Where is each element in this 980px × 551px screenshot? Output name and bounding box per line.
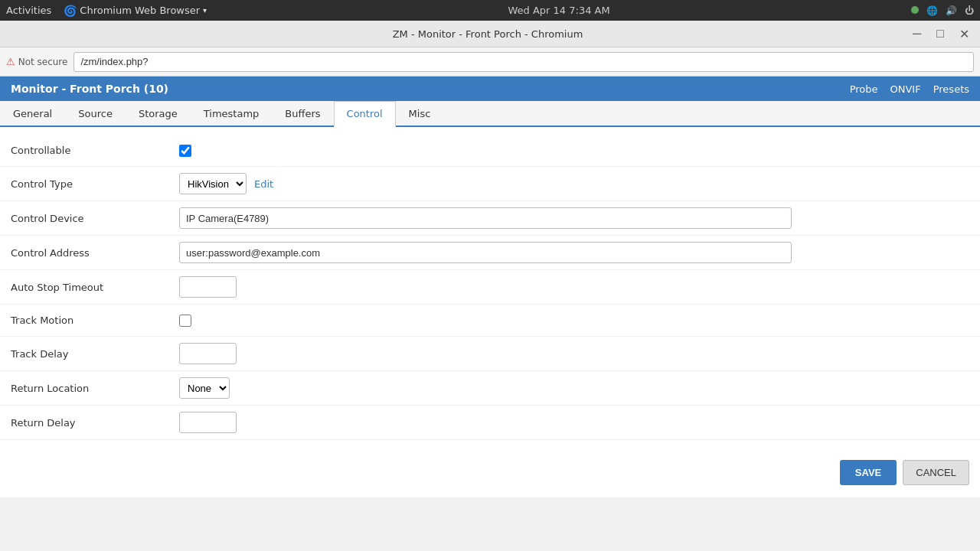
zm-app: Monitor - Front Porch (10) Probe ONVIF P… [0, 77, 980, 497]
track-motion-row: Track Motion [0, 305, 980, 337]
browser-title: ZM - Monitor - Front Porch - Chromium [67, 28, 908, 40]
tab-buffers[interactable]: Buffers [272, 101, 333, 126]
volume-icon: 🔊 [946, 5, 957, 16]
auto-stop-timeout-input[interactable] [179, 276, 237, 298]
button-row: SAVE CANCEL [0, 448, 980, 497]
not-secure-label: Not secure [18, 57, 68, 67]
controllable-checkbox[interactable] [179, 145, 191, 157]
track-delay-label: Track Delay [11, 348, 179, 360]
tab-source[interactable]: Source [65, 101, 126, 126]
tab-control[interactable]: Control [334, 101, 396, 127]
maximize-button[interactable]: □ [932, 25, 949, 43]
tab-misc[interactable]: Misc [396, 101, 444, 126]
return-location-select[interactable]: None [179, 377, 230, 399]
control-device-row: Control Device [0, 201, 980, 236]
os-topbar: Activities 🌀 Chromium Web Browser ▾ Wed … [0, 0, 980, 21]
zm-header-links: Probe ONVIF Presets [850, 83, 969, 95]
url-input[interactable] [74, 52, 974, 72]
network-icon: 🌐 [926, 5, 938, 16]
browser-name-label: 🌀 Chromium Web Browser ▾ [64, 5, 207, 17]
control-type-edit-link[interactable]: Edit [254, 178, 273, 190]
os-datetime: Wed Apr 14 7:34 AM [508, 5, 609, 16]
form-content: Controllable Control Type HikVision Edit… [0, 127, 980, 448]
control-type-select[interactable]: HikVision [179, 173, 247, 194]
address-bar: ⚠ Not secure [0, 47, 980, 77]
controllable-row: Controllable [0, 135, 980, 167]
green-status-dot [911, 5, 919, 16]
power-icon: ⏻ [965, 5, 974, 16]
control-device-input[interactable] [179, 207, 792, 229]
control-address-row: Control Address [0, 236, 980, 270]
zm-header: Monitor - Front Porch (10) Probe ONVIF P… [0, 77, 980, 101]
control-address-input[interactable] [179, 242, 792, 263]
not-secure-indicator: ⚠ Not secure [6, 56, 67, 67]
cancel-button[interactable]: CANCEL [903, 460, 969, 485]
track-motion-checkbox[interactable] [179, 315, 191, 327]
track-delay-input[interactable] [179, 343, 237, 364]
presets-link[interactable]: Presets [933, 83, 969, 95]
return-delay-label: Return Delay [11, 417, 179, 429]
lock-icon: ⚠ [6, 56, 15, 67]
minimize-button[interactable]: ─ [908, 25, 926, 43]
control-device-label: Control Device [11, 213, 179, 224]
track-motion-label: Track Motion [11, 315, 179, 326]
browser-titlebar: ZM - Monitor - Front Porch - Chromium ─ … [0, 21, 980, 47]
onvif-link[interactable]: ONVIF [890, 83, 921, 95]
auto-stop-timeout-label: Auto Stop Timeout [11, 282, 179, 293]
dropdown-icon[interactable]: ▾ [203, 6, 207, 15]
control-type-label: Control Type [11, 178, 179, 190]
auto-stop-timeout-row: Auto Stop Timeout [0, 270, 980, 305]
return-delay-input[interactable] [179, 412, 237, 433]
return-delay-row: Return Delay [0, 406, 980, 440]
return-location-row: Return Location None [0, 371, 980, 406]
chromium-icon: 🌀 [64, 5, 77, 17]
probe-link[interactable]: Probe [850, 83, 878, 95]
track-delay-row: Track Delay [0, 337, 980, 371]
tabs: General Source Storage Timestamp Buffers… [0, 101, 980, 127]
control-address-label: Control Address [11, 247, 179, 259]
tab-storage[interactable]: Storage [126, 101, 191, 126]
close-button[interactable]: ✕ [955, 25, 974, 43]
activities-label[interactable]: Activities [6, 5, 51, 16]
return-location-label: Return Location [11, 383, 179, 394]
tab-general[interactable]: General [0, 101, 65, 126]
save-button[interactable]: SAVE [840, 460, 897, 485]
control-type-row: Control Type HikVision Edit [0, 167, 980, 201]
controllable-label: Controllable [11, 145, 179, 156]
tab-timestamp[interactable]: Timestamp [191, 101, 273, 126]
zm-header-title: Monitor - Front Porch (10) [11, 83, 168, 95]
